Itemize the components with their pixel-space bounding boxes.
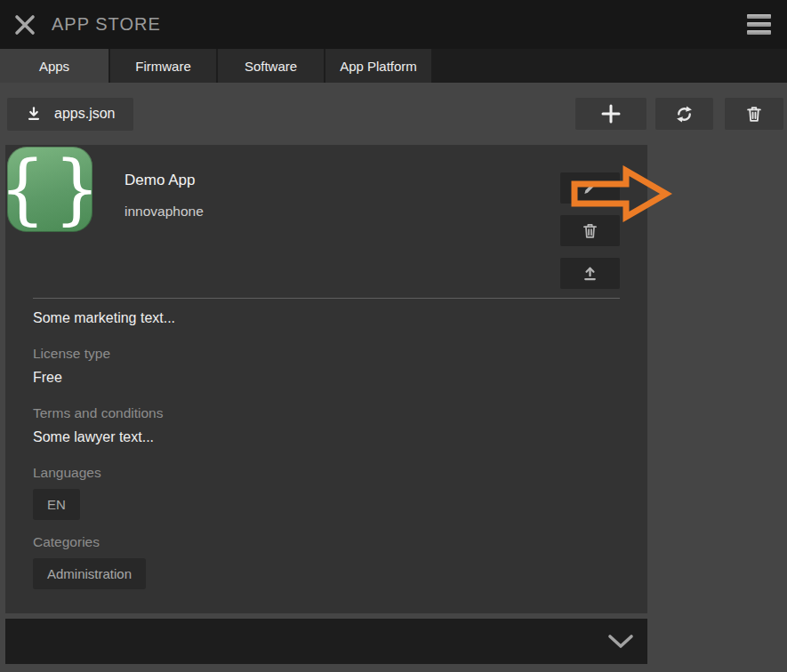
topbar: APP STORE: [0, 0, 787, 49]
hamburger-icon: [747, 14, 771, 35]
tab-app-platform[interactable]: App Platform: [325, 49, 431, 83]
app-vendor: innovaphone: [124, 204, 204, 220]
license-type-value: Free: [33, 370, 620, 386]
app-card-actions: [560, 172, 620, 289]
page-title: APP STORE: [52, 14, 161, 35]
refresh-button[interactable]: [655, 98, 713, 130]
toolbar: apps.json: [0, 83, 787, 145]
marketing-text: Some marketing text...: [33, 310, 620, 326]
app-card: { } Demo App innovaphone: [5, 145, 647, 613]
app-icon-brace-right: }: [54, 145, 100, 235]
close-button[interactable]: [9, 9, 41, 41]
pencil-icon: [581, 179, 599, 197]
app-name: Demo App: [124, 172, 195, 189]
plus-icon: [599, 102, 622, 125]
language-chip-en[interactable]: EN: [33, 489, 80, 520]
download-icon: [25, 105, 43, 123]
upload-app-button[interactable]: [560, 258, 620, 289]
add-app-button[interactable]: [575, 98, 646, 130]
delete-app-button[interactable]: [560, 215, 620, 246]
delete-all-button[interactable]: [725, 98, 783, 130]
chevron-down-icon: [606, 634, 635, 649]
trash-icon: [744, 104, 764, 124]
terms-value: Some lawyer text...: [33, 429, 620, 445]
license-type-label: License type: [33, 346, 620, 362]
card-divider: [33, 298, 620, 299]
download-apps-json-button[interactable]: apps.json: [7, 98, 133, 131]
app-icon-brace-left: {: [0, 145, 46, 235]
terms-label: Terms and conditions: [33, 405, 620, 421]
categories-label: Categories: [33, 534, 620, 550]
expand-bar[interactable]: [5, 619, 647, 664]
trash-icon: [581, 221, 599, 240]
tab-apps[interactable]: Apps: [0, 49, 108, 83]
menu-button[interactable]: [742, 5, 776, 44]
close-icon: [12, 12, 38, 38]
tab-bar: Apps Firmware Software App Platform: [0, 49, 787, 83]
upload-icon: [581, 264, 599, 283]
edit-app-button[interactable]: [560, 172, 620, 204]
app-icon: { }: [7, 147, 92, 232]
app-details: Some marketing text... License type Free…: [33, 310, 620, 589]
tab-software[interactable]: Software: [218, 49, 324, 83]
tab-firmware[interactable]: Firmware: [110, 49, 216, 83]
refresh-icon: [674, 104, 695, 124]
category-chip-administration[interactable]: Administration: [33, 558, 146, 589]
download-button-label: apps.json: [54, 106, 116, 122]
languages-label: Languages: [33, 465, 620, 481]
